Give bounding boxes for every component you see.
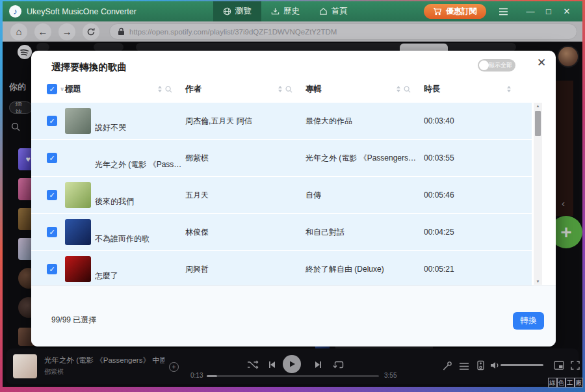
desktop-background: ♪ UkeySoft MusicOne Converter 瀏覽 歷史 首頁: [0, 0, 585, 392]
toggle-knob: [479, 60, 489, 70]
subscribe-button[interactable]: 優惠訂閱: [424, 4, 486, 19]
now-playing-art: [13, 354, 37, 378]
progress-played: [207, 375, 217, 377]
volume-slider[interactable]: [500, 364, 543, 366]
search-icon[interactable]: [165, 86, 172, 93]
album-art: [65, 219, 91, 245]
minimize-button[interactable]: —: [521, 1, 540, 21]
menu-button[interactable]: [494, 1, 512, 21]
url-text: https://open.spotify.com/playlist/37i9dQ…: [129, 28, 337, 36]
song-row[interactable]: ✓ 光年之外 (電影 《Passen... 鄧紫棋 光年之外 (電影 《Pass…: [31, 140, 532, 176]
modal-footer: 99/99 已選擇 轉換: [31, 285, 556, 346]
song-row[interactable]: ✓ 不為誰而作的歌 林俊傑 和自己對話 00:04:25: [31, 214, 532, 250]
sort-icon[interactable]: [396, 86, 400, 92]
song-checkbox[interactable]: ✓: [47, 227, 57, 237]
back-button[interactable]: ←: [34, 23, 51, 40]
bg-library-label: 你的: [9, 81, 31, 93]
connect-device-icon[interactable]: [476, 360, 485, 373]
miniplayer-icon[interactable]: [554, 361, 564, 372]
song-artist: 五月天: [185, 190, 306, 201]
song-title: 後來的我們: [95, 196, 134, 208]
bg-playlist-filter-pill[interactable]: 播放: [9, 101, 32, 114]
song-title: 光年之外 (電影 《Passen...: [95, 159, 185, 171]
col-album: 專輯: [306, 84, 424, 95]
refresh-icon: [86, 27, 96, 36]
titlebar: ♪ UkeySoft MusicOne Converter 瀏覽 歷史 首頁: [3, 1, 582, 21]
modal-close-icon[interactable]: ✕: [535, 56, 548, 70]
song-checkbox-cell: ✓: [47, 153, 65, 163]
col-title: 標題: [65, 84, 185, 95]
sort-icon[interactable]: [278, 86, 282, 92]
lyrics-mic-icon[interactable]: [443, 361, 452, 373]
search-icon[interactable]: [285, 86, 292, 93]
app-logo-icon: ♪: [9, 5, 21, 18]
selected-count: 99/99 已選擇: [51, 315, 96, 326]
album-art: [65, 145, 91, 171]
window-controls: — □ ✕: [521, 1, 576, 21]
bg-search-icon[interactable]: [11, 122, 20, 134]
song-duration: 00:04:25: [424, 228, 515, 237]
song-title: 怎麼了: [95, 270, 118, 282]
song-title-cell: 不為誰而作的歌: [65, 219, 185, 245]
show-all-toggle[interactable]: 顯示全部: [478, 59, 515, 72]
heart-icon: ♥: [25, 155, 30, 164]
toggle-label: 顯示全部: [489, 61, 512, 70]
song-checkbox[interactable]: ✓: [47, 153, 57, 163]
next-icon[interactable]: [313, 359, 324, 372]
table-header: ✓ ∨ 標題 作者 專輯 時長: [31, 80, 532, 98]
select-all-checkbox[interactable]: ✓: [47, 84, 57, 94]
lock-icon: [118, 27, 125, 36]
maximize-button[interactable]: □: [540, 1, 558, 21]
now-playing-title: 光年之外 (電影 《Passengers》 中國電: [44, 356, 164, 365]
table-scrollbar[interactable]: ▲ ▼: [534, 103, 542, 285]
home-nav-button[interactable]: ⌂: [10, 23, 27, 40]
song-row[interactable]: ✓ 怎麼了 周興哲 終於了解自由 (Deluxe) 00:05:21: [31, 251, 532, 285]
refresh-button[interactable]: [83, 23, 99, 40]
user-avatar[interactable]: [557, 46, 579, 68]
song-checkbox-cell: ✓: [47, 190, 65, 200]
add-to-library-icon[interactable]: +: [169, 362, 179, 372]
progress-bar[interactable]: [207, 375, 379, 377]
fullscreen-icon[interactable]: [571, 361, 580, 372]
tab-browse[interactable]: 瀏覽: [213, 1, 261, 21]
collapse-chevron-icon[interactable]: ‹: [562, 198, 565, 209]
convert-button[interactable]: 轉換: [513, 312, 544, 330]
song-checkbox[interactable]: ✓: [47, 190, 57, 200]
song-row[interactable]: ✓ 後來的我們 五月天 自傳 00:05:46: [31, 177, 532, 213]
song-title-cell: 光年之外 (電影 《Passen...: [65, 145, 185, 171]
scroll-down-arrow[interactable]: ▼: [536, 278, 540, 285]
song-checkbox[interactable]: ✓: [47, 116, 57, 126]
previous-icon[interactable]: [266, 359, 277, 372]
sort-icon[interactable]: [507, 86, 511, 92]
col-artist: 作者: [185, 84, 306, 95]
player-bar: 光年之外 (電影 《Passengers》 中國電 鄧紫棋 +: [6, 348, 578, 384]
song-table: ✓ 說好不哭 周杰倫,五月天 阿信 最偉大的作品 00:03:40 ✓ 光年之外…: [31, 103, 532, 285]
repeat-icon[interactable]: [333, 359, 344, 372]
song-checkbox[interactable]: ✓: [47, 264, 57, 274]
search-icon[interactable]: [404, 86, 411, 93]
tab-history[interactable]: 歷史: [261, 1, 309, 21]
song-duration: 00:03:40: [424, 116, 515, 125]
song-row[interactable]: ✓ 說好不哭 周杰倫,五月天 阿信 最偉大的作品 00:03:40: [31, 103, 532, 139]
song-checkbox-cell: ✓: [47, 227, 65, 237]
song-duration: 00:05:21: [424, 265, 515, 274]
song-artist: 周杰倫,五月天 阿信: [185, 116, 306, 127]
forward-button[interactable]: →: [58, 23, 75, 40]
bg-premium-pill: [400, 44, 448, 51]
hamburger-icon: [499, 8, 508, 16]
select-dropdown-caret[interactable]: ∨: [60, 86, 64, 92]
song-album: 和自己對話: [306, 227, 424, 238]
sort-icon[interactable]: [158, 86, 162, 92]
app-window: ♪ UkeySoft MusicOne Converter 瀏覽 歷史 首頁: [3, 1, 582, 387]
shuffle-icon[interactable]: [247, 359, 259, 372]
queue-icon[interactable]: [459, 361, 469, 373]
url-bar[interactable]: https://open.spotify.com/playlist/37i9dQ…: [109, 23, 577, 40]
tab-home[interactable]: 首頁: [309, 1, 358, 21]
play-button[interactable]: [283, 355, 301, 373]
globe-icon: [223, 7, 231, 16]
volume-icon[interactable]: [490, 361, 500, 372]
close-button[interactable]: ✕: [558, 1, 576, 21]
scroll-up-arrow[interactable]: ▲: [536, 103, 540, 109]
scroll-thumb[interactable]: [535, 111, 541, 136]
song-album: 終於了解自由 (Deluxe): [306, 264, 424, 275]
